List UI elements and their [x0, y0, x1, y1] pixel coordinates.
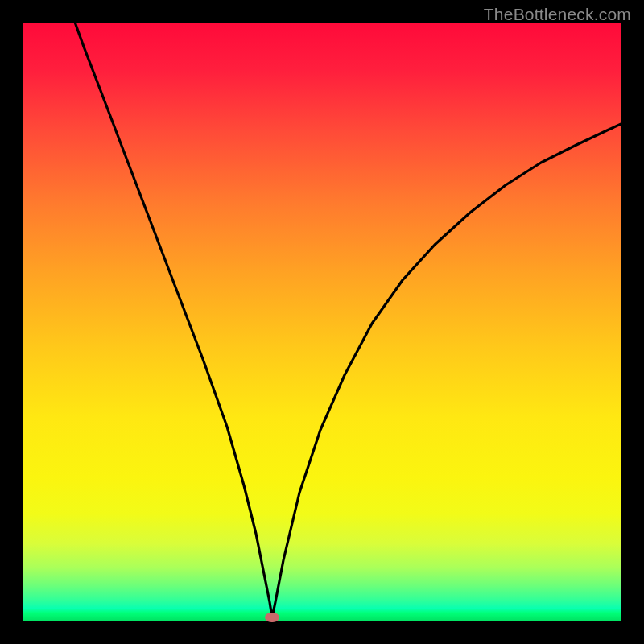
watermark-text: TheBottleneck.com: [484, 5, 631, 24]
minimum-marker: [265, 613, 279, 622]
chart-frame: TheBottleneck.com: [0, 0, 644, 644]
bottleneck-curve: [73, 23, 621, 617]
curve-svg: [23, 23, 621, 621]
plot-area: [23, 23, 621, 621]
